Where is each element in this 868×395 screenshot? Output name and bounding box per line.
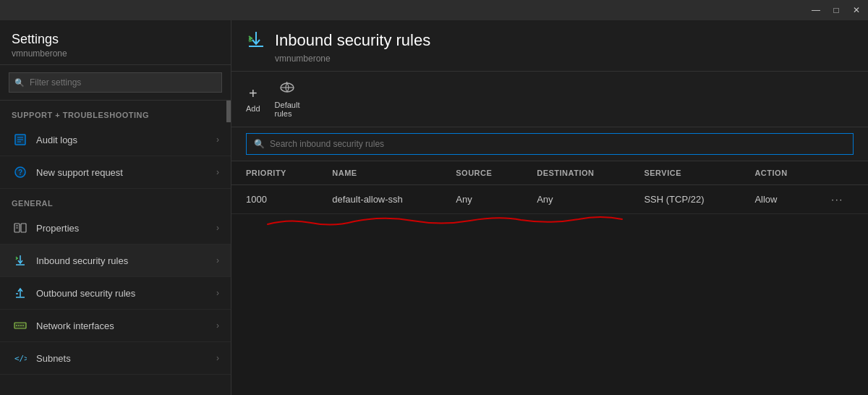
main-layout: Settings vmnumberone 🔍 SUPPORT + TROUBLE… (0, 20, 868, 395)
content-area: Inbound security rules vmnumberone + Add (231, 20, 868, 395)
audit-logs-chevron: › (216, 135, 219, 145)
minimize-button[interactable]: — (810, 5, 822, 15)
content-header: Inbound security rules vmnumberone (231, 20, 868, 72)
network-interfaces-chevron: › (216, 320, 219, 331)
search-icon: 🔍 (254, 139, 265, 149)
add-icon: + (249, 85, 258, 102)
outbound-security-label: Outbound security rules (36, 288, 216, 299)
col-service: SERVICE (629, 161, 740, 185)
sidebar-item-outbound-security[interactable]: Outbound security rules › (0, 277, 231, 310)
audit-logs-icon (12, 131, 29, 148)
new-support-icon: ? (12, 163, 29, 181)
new-support-chevron: › (216, 167, 219, 177)
rules-table: PRIORITY NAME SOURCE DESTINATION SERVICE… (231, 161, 868, 214)
scroll-indicator (226, 101, 231, 122)
svg-rect-16 (14, 323, 26, 328)
col-destination: DESTINATION (522, 161, 629, 185)
search-bar: 🔍 (231, 127, 868, 161)
subnets-label: Subnets (36, 353, 216, 364)
content-header-icon (246, 30, 266, 51)
inbound-security-label: Inbound security rules (36, 255, 216, 266)
sidebar-title: Settings (12, 32, 219, 47)
subnets-chevron: › (216, 353, 219, 363)
cell-priority: 1000 (231, 185, 318, 214)
table-area[interactable]: PRIORITY NAME SOURCE DESTINATION SERVICE… (231, 161, 868, 395)
col-source: SOURCE (441, 161, 522, 185)
table-row[interactable]: 1000 default-allow-ssh Any Any SSH (TCP/… (231, 185, 868, 214)
col-menu (817, 161, 868, 185)
table-body: 1000 default-allow-ssh Any Any SSH (TCP/… (231, 185, 868, 214)
svg-text:</>: </> (14, 354, 27, 363)
filter-box: 🔍 (0, 65, 231, 101)
filter-search-icon: 🔍 (14, 78, 25, 88)
cell-destination: Any (522, 185, 629, 214)
close-button[interactable]: ✕ (851, 5, 862, 15)
network-interfaces-label: Network interfaces (36, 320, 216, 331)
add-label: Add (246, 104, 260, 113)
sidebar-item-audit-logs[interactable]: Audit logs › (0, 124, 231, 156)
default-rules-icon (279, 80, 295, 98)
default-rules-label: Defaultrules (275, 101, 300, 118)
properties-chevron: › (216, 223, 219, 233)
inbound-security-icon (12, 252, 29, 269)
filter-input[interactable] (9, 72, 222, 93)
properties-icon (12, 219, 29, 237)
sidebar-subtitle: vmnumberone (12, 48, 219, 59)
cell-action: Allow (740, 185, 817, 214)
col-action: ACTION (740, 161, 817, 185)
sidebar-item-subnets[interactable]: </> Subnets › (0, 342, 231, 375)
page-title: Inbound security rules (275, 31, 430, 50)
col-priority: PRIORITY (231, 161, 318, 185)
sidebar-scroll[interactable]: SUPPORT + TROUBLESHOOTING Audit logs › (0, 101, 231, 395)
section-label-support: SUPPORT + TROUBLESHOOTING (0, 101, 231, 124)
maximize-button[interactable]: □ (830, 5, 842, 15)
toolbar: + Add Defaultrules (231, 72, 868, 127)
col-name: NAME (318, 161, 441, 185)
subnets-icon: </> (12, 349, 29, 367)
new-support-label: New support request (36, 167, 216, 178)
title-bar: — □ ✕ (0, 0, 868, 20)
outbound-security-chevron: › (216, 288, 219, 298)
inbound-security-chevron: › (216, 255, 219, 266)
sidebar-header: Settings vmnumberone (0, 20, 231, 65)
cell-name: default-allow-ssh (318, 185, 441, 214)
cell-source: Any (441, 185, 522, 214)
cell-row-menu[interactable]: ··· (817, 185, 868, 214)
svg-text:?: ? (18, 169, 22, 177)
sidebar: Settings vmnumberone 🔍 SUPPORT + TROUBLE… (0, 20, 231, 395)
search-bar-inner: 🔍 (246, 133, 854, 155)
add-button[interactable]: + Add (246, 85, 260, 113)
search-input[interactable] (247, 134, 853, 154)
svg-rect-7 (21, 224, 26, 232)
table-header: PRIORITY NAME SOURCE DESTINATION SERVICE… (231, 161, 868, 185)
audit-logs-label: Audit logs (36, 135, 216, 145)
content-title-row: Inbound security rules (246, 30, 854, 51)
properties-label: Properties (36, 223, 216, 234)
content-subtitle: vmnumberone (275, 54, 854, 64)
outbound-security-icon (12, 284, 29, 302)
sidebar-item-properties[interactable]: Properties › (0, 212, 231, 245)
cell-service: SSH (TCP/22) (629, 185, 740, 214)
sidebar-item-network-interfaces[interactable]: Network interfaces › (0, 310, 231, 342)
sidebar-item-inbound-security[interactable]: Inbound security rules › (0, 245, 231, 277)
section-label-general: GENERAL (0, 189, 231, 212)
network-interfaces-icon (12, 317, 29, 334)
filter-input-wrap: 🔍 (9, 72, 222, 93)
default-rules-button[interactable]: Defaultrules (275, 80, 300, 118)
sidebar-item-new-support[interactable]: ? New support request › (0, 156, 231, 189)
